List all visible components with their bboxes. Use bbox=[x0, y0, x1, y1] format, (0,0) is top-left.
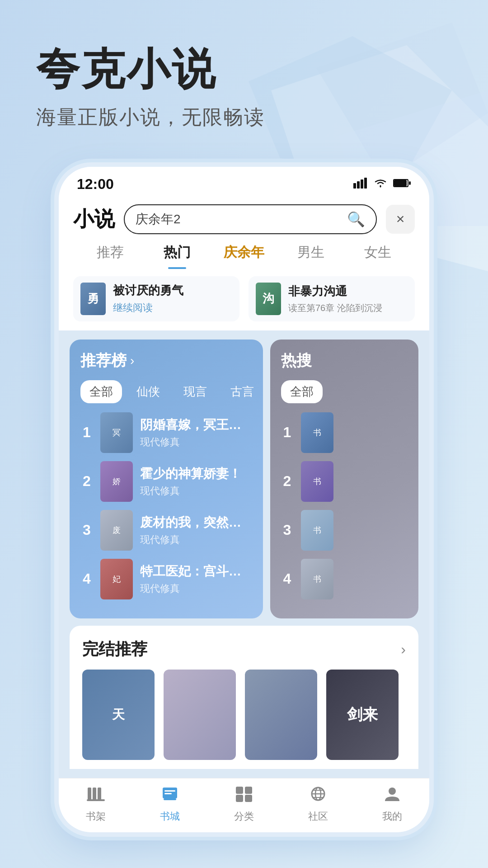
chip-all[interactable]: 全部 bbox=[80, 380, 122, 403]
recent-card-2[interactable]: 沟 非暴力沟通 读至第76章 沦陷到沉浸 bbox=[249, 276, 415, 321]
tab-hot[interactable]: 热门 bbox=[144, 243, 211, 269]
hotsearch-rank-3: 3 bbox=[281, 522, 294, 538]
recent-action-1: 继续阅读 bbox=[113, 301, 232, 315]
svg-rect-3 bbox=[361, 179, 363, 189]
battery-icon bbox=[393, 178, 411, 190]
recommend-book-2[interactable]: 2 娇 霍少的神算娇妻！ 现代修真 bbox=[80, 461, 252, 502]
hotsearch-chip-all[interactable]: 全部 bbox=[281, 380, 323, 403]
chip-xianxia[interactable]: 仙侠 bbox=[127, 380, 169, 403]
rank-2: 2 bbox=[80, 473, 93, 490]
close-button[interactable]: × bbox=[386, 205, 415, 234]
app-subtitle: 海量正版小说，无限畅读 bbox=[36, 104, 452, 131]
tab-special[interactable]: 庆余年 bbox=[211, 243, 277, 269]
nav-category[interactable]: 分类 bbox=[207, 778, 281, 832]
rank-4: 4 bbox=[80, 571, 93, 587]
tab-recommend[interactable]: 推荐 bbox=[77, 243, 144, 269]
recommend-book-1[interactable]: 1 冥 阴婚喜嫁，冥王老公沦陷了 现代修真 bbox=[80, 412, 252, 453]
svg-rect-15 bbox=[164, 793, 172, 794]
hotsearch-book-3[interactable]: 3 书 bbox=[281, 510, 408, 551]
recent-info-2: 非暴力沟通 读至第76章 沦陷到沉浸 bbox=[288, 283, 408, 314]
search-bar[interactable]: 庆余年2 🔍 bbox=[124, 204, 377, 234]
book-genre-3: 现代修真 bbox=[140, 533, 252, 547]
recommend-panel: 推荐榜 › 全部 仙侠 现言 古言 都市 1 冥 bbox=[70, 340, 263, 618]
wifi-icon bbox=[373, 178, 388, 190]
hotsearch-rank-1: 1 bbox=[281, 424, 294, 441]
tab-male[interactable]: 男生 bbox=[277, 243, 344, 269]
community-icon bbox=[309, 786, 327, 806]
nav-bookshelf[interactable]: 书架 bbox=[59, 778, 133, 832]
book-title-3: 废材的我，突然有了亿万年 bbox=[140, 514, 252, 531]
tab-female[interactable]: 女生 bbox=[344, 243, 411, 269]
svg-rect-2 bbox=[357, 181, 360, 189]
hotsearch-cover-2: 书 bbox=[301, 461, 333, 502]
header-logo: 小说 bbox=[73, 205, 115, 233]
recommend-chips-row: 全部 仙侠 现言 古言 都市 bbox=[80, 380, 252, 403]
svg-rect-20 bbox=[245, 795, 252, 802]
nav-mine-label: 我的 bbox=[382, 810, 402, 823]
hotsearch-book-1[interactable]: 1 书 bbox=[281, 412, 408, 453]
svg-rect-16 bbox=[164, 798, 176, 800]
search-input-text: 庆余年2 bbox=[136, 211, 342, 228]
hotsearch-panel-title: 热搜 bbox=[281, 350, 312, 371]
search-icon[interactable]: 🔍 bbox=[347, 211, 365, 228]
book-genre-4: 现代修真 bbox=[140, 582, 252, 595]
recommend-panel-header: 推荐榜 › bbox=[80, 350, 252, 371]
mine-icon bbox=[383, 786, 401, 806]
cover-4: 妃 bbox=[100, 559, 133, 599]
status-bar: 12:00 bbox=[59, 167, 429, 197]
recommend-panel-title: 推荐榜 bbox=[80, 350, 127, 371]
status-time: 12:00 bbox=[77, 176, 114, 193]
svg-rect-11 bbox=[98, 788, 101, 800]
cover-1: 冥 bbox=[100, 412, 133, 453]
cover-3: 废 bbox=[100, 510, 133, 551]
bottom-nav: 书架 书城 bbox=[59, 778, 429, 832]
recommend-book-3[interactable]: 3 废 废材的我，突然有了亿万年 现代修真 bbox=[80, 510, 252, 551]
book-title-2: 霍少的神算娇妻！ bbox=[140, 465, 252, 482]
nav-mine[interactable]: 我的 bbox=[355, 778, 429, 832]
completed-cover-1: 天 bbox=[82, 670, 155, 760]
nav-bookstore[interactable]: 书城 bbox=[133, 778, 207, 832]
hotsearch-cover-4: 书 bbox=[301, 559, 333, 599]
chip-xiandai[interactable]: 现言 bbox=[174, 380, 216, 403]
category-icon bbox=[235, 786, 253, 806]
book-title-1: 阴婚喜嫁，冥王老公沦陷了 bbox=[140, 416, 252, 434]
completed-section-arrow[interactable]: › bbox=[401, 641, 406, 658]
hotsearch-rank-2: 2 bbox=[281, 473, 294, 490]
svg-rect-9 bbox=[88, 788, 91, 800]
completed-book-2[interactable] bbox=[164, 670, 236, 760]
chip-guyan[interactable]: 古言 bbox=[221, 380, 263, 403]
svg-rect-1 bbox=[353, 183, 356, 189]
recent-title-1: 被讨厌的勇气 bbox=[113, 283, 232, 298]
svg-rect-18 bbox=[245, 787, 252, 794]
recent-title-2: 非暴力沟通 bbox=[288, 283, 408, 299]
recommend-book-4[interactable]: 4 妃 特工医妃：宫斗全靠我 现代修真 bbox=[80, 559, 252, 599]
svg-rect-17 bbox=[236, 787, 243, 794]
bookstore-icon bbox=[161, 786, 179, 806]
app-header: 小说 庆余年2 🔍 × bbox=[59, 197, 429, 234]
hotsearch-rank-4: 4 bbox=[281, 571, 294, 587]
book-genre-2: 现代修真 bbox=[140, 484, 252, 498]
recent-card-1[interactable]: 勇 被讨厌的勇气 继续阅读 bbox=[73, 276, 239, 321]
recommend-panel-arrow[interactable]: › bbox=[130, 354, 134, 368]
completed-book-3[interactable] bbox=[245, 670, 317, 760]
completed-book-4[interactable]: 剑来 bbox=[326, 670, 399, 760]
svg-rect-8 bbox=[394, 180, 407, 186]
hotsearch-cover-3: 书 bbox=[301, 510, 333, 551]
completed-section: 完结推荐 › 天 剑来 bbox=[70, 626, 418, 769]
book-info-1: 阴婚喜嫁，冥王老公沦陷了 现代修真 bbox=[140, 416, 252, 449]
completed-book-1[interactable]: 天 bbox=[82, 670, 155, 760]
cover-2: 娇 bbox=[100, 461, 133, 502]
completed-cover-3 bbox=[245, 670, 317, 760]
svg-rect-12 bbox=[87, 799, 105, 801]
hotsearch-book-4[interactable]: 4 书 bbox=[281, 559, 408, 599]
recent-info-1: 被讨厌的勇气 继续阅读 bbox=[113, 283, 232, 315]
completed-cover-2 bbox=[164, 670, 236, 760]
hotsearch-book-2[interactable]: 2 书 bbox=[281, 461, 408, 502]
completed-cover-4: 剑来 bbox=[326, 670, 399, 760]
main-content: 推荐榜 › 全部 仙侠 现言 古言 都市 1 冥 bbox=[59, 330, 429, 778]
phone-wrapper: 12:00 bbox=[0, 167, 488, 832]
nav-bookstore-label: 书城 bbox=[160, 810, 180, 823]
nav-community[interactable]: 社区 bbox=[281, 778, 355, 832]
hotsearch-panel-header: 热搜 bbox=[281, 350, 408, 371]
book-info-3: 废材的我，突然有了亿万年 现代修真 bbox=[140, 514, 252, 547]
